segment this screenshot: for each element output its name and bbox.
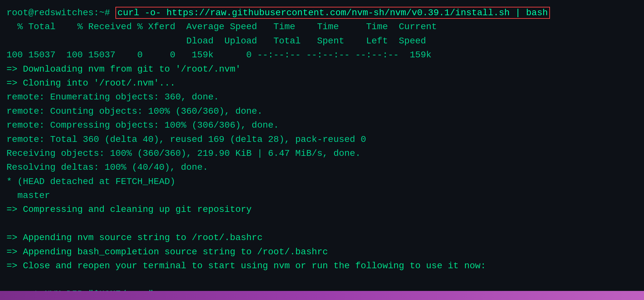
curl-data: 100 15037 100 15037 0 0 159k 0 --:--:-- … — [6, 48, 638, 62]
cloning-line: => Cloning into '/root/.nvm'... — [6, 76, 638, 90]
close-reopen-line: => Close and reopen your terminal to sta… — [6, 259, 638, 273]
master-branch: master — [6, 189, 638, 202]
remote-count: remote: Counting objects: 100% (360/360)… — [6, 104, 638, 118]
head-detached: * (HEAD detached at FETCH_HEAD) — [6, 175, 638, 189]
bottom-bar — [0, 291, 644, 300]
command-line: root@redswitches:~# curl -o- https://raw… — [6, 6, 638, 20]
blank-line-1 — [6, 217, 638, 231]
prompt: root@redswitches:~# — [6, 8, 110, 18]
appending-bash-line: => Appending bash_completion source stri… — [6, 245, 638, 259]
downloading-line: => Downloading nvm from git to '/root/.n… — [6, 62, 638, 76]
remote-total: remote: Total 360 (delta 40), reused 169… — [6, 133, 638, 146]
resolving-deltas: Resolving deltas: 100% (40/40), done. — [6, 160, 638, 174]
command: curl -o- https://raw.githubusercontent.c… — [115, 7, 550, 19]
compressing-line: => Compressing and cleaning up git repos… — [6, 202, 638, 216]
terminal: root@redswitches:~# curl -o- https://raw… — [0, 0, 644, 300]
remote-enum: remote: Enumerating objects: 360, done. — [6, 90, 638, 104]
remote-compress: remote: Compressing objects: 100% (306/3… — [6, 118, 638, 132]
blank-line-2 — [6, 273, 638, 287]
appending-nvm-line: => Appending nvm source string to /root/… — [6, 231, 638, 245]
curl-header-2: Dload Upload Total Spent Left Speed — [6, 34, 638, 48]
curl-header-1: % Total % Received % Xferd Average Speed… — [6, 20, 638, 34]
receiving-objects: Receiving objects: 100% (360/360), 219.9… — [6, 146, 638, 160]
